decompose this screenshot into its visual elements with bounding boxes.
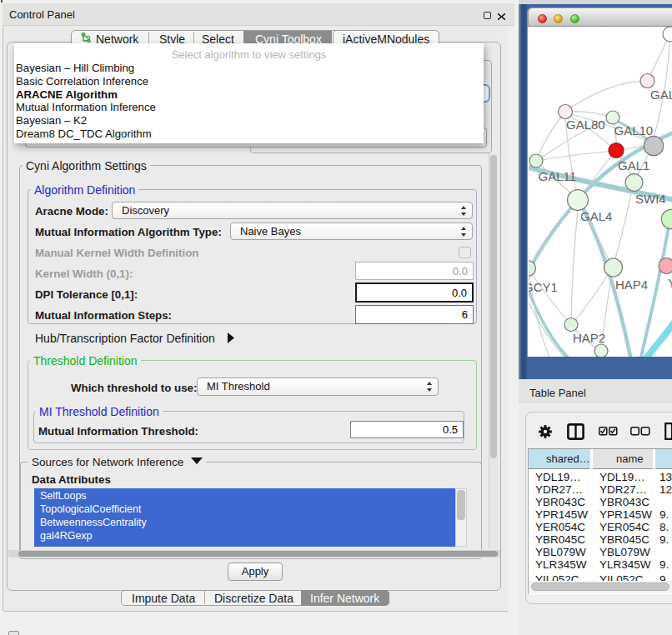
svg-text:GAL80: GAL80 — [566, 118, 605, 132]
svg-text:GCY1: GCY1 — [529, 280, 558, 294]
svg-text:GAL10: GAL10 — [614, 123, 654, 138]
svg-text:HAP2: HAP2 — [573, 331, 605, 345]
svg-text:HAP4: HAP4 — [615, 278, 648, 292]
svg-text:GAL11: GAL11 — [539, 169, 577, 183]
svg-text:GAL4: GAL4 — [580, 209, 612, 223]
svg-text:GAL2: GAL2 — [650, 88, 672, 102]
svg-text:SWI4: SWI4 — [635, 192, 666, 206]
svg-text:Y: Y — [668, 276, 672, 290]
svg-text:GAL1: GAL1 — [618, 158, 649, 172]
